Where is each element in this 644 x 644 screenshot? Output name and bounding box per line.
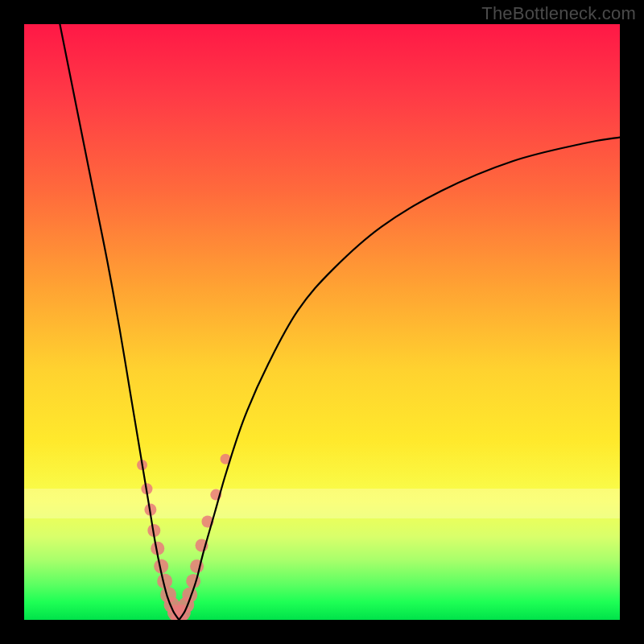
curve-right-branch <box>179 138 620 620</box>
curve-left-branch <box>60 24 179 620</box>
watermark-label: TheBottleneck.com <box>481 3 636 24</box>
data-marker <box>186 574 200 588</box>
plot-area <box>24 24 620 620</box>
marker-group <box>137 454 231 620</box>
curve-svg <box>24 24 620 620</box>
chart-frame: TheBottleneck.com <box>0 0 644 644</box>
